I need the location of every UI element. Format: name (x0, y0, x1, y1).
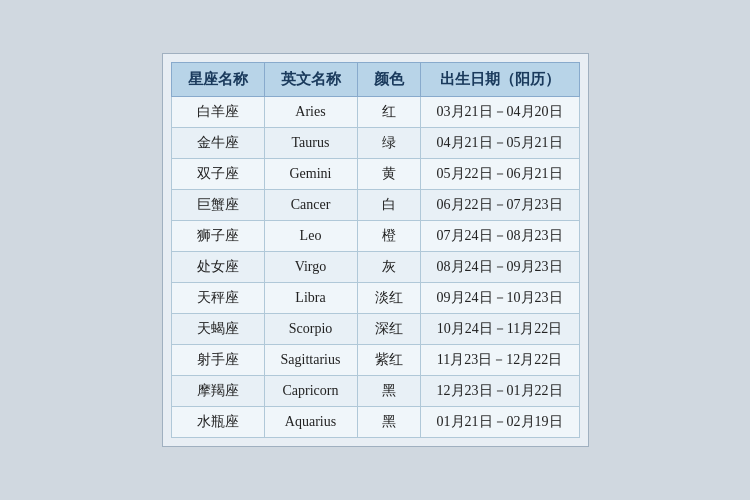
cell-english: Aquarius (264, 407, 357, 438)
cell-english: Sagittarius (264, 345, 357, 376)
cell-dates: 08月24日－09月23日 (420, 252, 579, 283)
col-header-dates: 出生日期（阳历） (420, 63, 579, 97)
cell-chinese: 射手座 (171, 345, 264, 376)
cell-english: Gemini (264, 159, 357, 190)
table-row: 双子座Gemini黄05月22日－06月21日 (171, 159, 579, 190)
cell-dates: 04月21日－05月21日 (420, 128, 579, 159)
cell-color: 白 (357, 190, 420, 221)
cell-color: 红 (357, 97, 420, 128)
cell-english: Aries (264, 97, 357, 128)
cell-dates: 12月23日－01月22日 (420, 376, 579, 407)
cell-chinese: 水瓶座 (171, 407, 264, 438)
cell-english: Libra (264, 283, 357, 314)
cell-color: 灰 (357, 252, 420, 283)
table-row: 巨蟹座Cancer白06月22日－07月23日 (171, 190, 579, 221)
cell-color: 紫红 (357, 345, 420, 376)
cell-chinese: 双子座 (171, 159, 264, 190)
cell-color: 黄 (357, 159, 420, 190)
cell-english: Cancer (264, 190, 357, 221)
col-header-english: 英文名称 (264, 63, 357, 97)
cell-chinese: 处女座 (171, 252, 264, 283)
cell-dates: 01月21日－02月19日 (420, 407, 579, 438)
cell-dates: 06月22日－07月23日 (420, 190, 579, 221)
cell-dates: 11月23日－12月22日 (420, 345, 579, 376)
cell-color: 黑 (357, 407, 420, 438)
cell-chinese: 摩羯座 (171, 376, 264, 407)
zodiac-table-container: 星座名称 英文名称 颜色 出生日期（阳历） 白羊座Aries红03月21日－04… (162, 53, 589, 447)
table-row: 水瓶座Aquarius黑01月21日－02月19日 (171, 407, 579, 438)
cell-chinese: 金牛座 (171, 128, 264, 159)
cell-chinese: 巨蟹座 (171, 190, 264, 221)
cell-color: 绿 (357, 128, 420, 159)
col-header-chinese: 星座名称 (171, 63, 264, 97)
cell-chinese: 狮子座 (171, 221, 264, 252)
cell-english: Scorpio (264, 314, 357, 345)
cell-dates: 03月21日－04月20日 (420, 97, 579, 128)
table-row: 天秤座Libra淡红09月24日－10月23日 (171, 283, 579, 314)
col-header-color: 颜色 (357, 63, 420, 97)
table-body: 白羊座Aries红03月21日－04月20日金牛座Taurus绿04月21日－0… (171, 97, 579, 438)
cell-dates: 10月24日－11月22日 (420, 314, 579, 345)
cell-color: 橙 (357, 221, 420, 252)
table-row: 天蝎座Scorpio深红10月24日－11月22日 (171, 314, 579, 345)
zodiac-table: 星座名称 英文名称 颜色 出生日期（阳历） 白羊座Aries红03月21日－04… (171, 62, 580, 438)
cell-chinese: 天秤座 (171, 283, 264, 314)
cell-color: 深红 (357, 314, 420, 345)
cell-color: 淡红 (357, 283, 420, 314)
cell-chinese: 白羊座 (171, 97, 264, 128)
cell-english: Leo (264, 221, 357, 252)
table-row: 处女座Virgo灰08月24日－09月23日 (171, 252, 579, 283)
cell-color: 黑 (357, 376, 420, 407)
cell-dates: 07月24日－08月23日 (420, 221, 579, 252)
table-row: 摩羯座Capricorn黑12月23日－01月22日 (171, 376, 579, 407)
table-row: 狮子座Leo橙07月24日－08月23日 (171, 221, 579, 252)
cell-english: Taurus (264, 128, 357, 159)
cell-english: Capricorn (264, 376, 357, 407)
cell-english: Virgo (264, 252, 357, 283)
cell-dates: 09月24日－10月23日 (420, 283, 579, 314)
table-header-row: 星座名称 英文名称 颜色 出生日期（阳历） (171, 63, 579, 97)
table-row: 射手座Sagittarius紫红11月23日－12月22日 (171, 345, 579, 376)
cell-dates: 05月22日－06月21日 (420, 159, 579, 190)
cell-chinese: 天蝎座 (171, 314, 264, 345)
table-row: 白羊座Aries红03月21日－04月20日 (171, 97, 579, 128)
table-row: 金牛座Taurus绿04月21日－05月21日 (171, 128, 579, 159)
